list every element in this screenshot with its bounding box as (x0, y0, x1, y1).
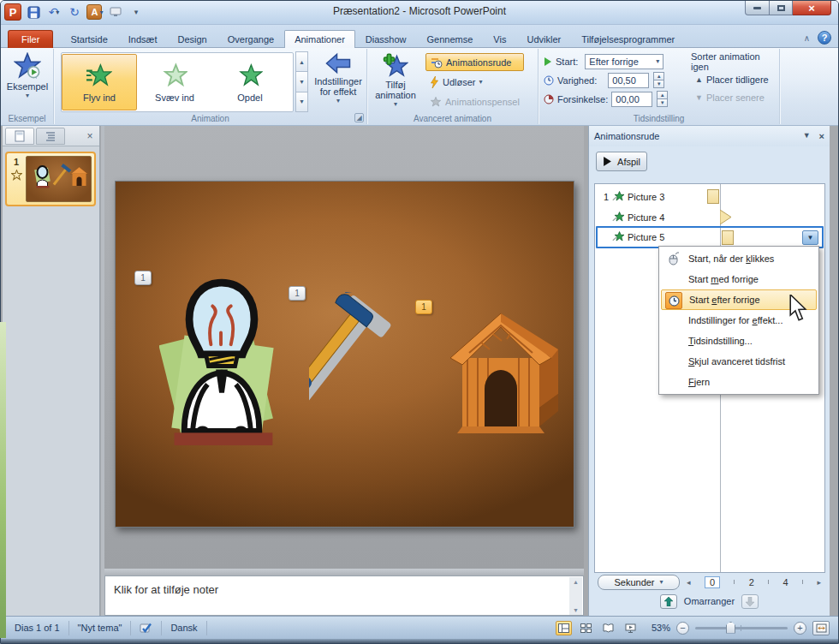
slide-animation-indicator-icon (11, 170, 22, 181)
theme-name[interactable]: "Nyt tema" (69, 621, 132, 635)
tab-tilf-jelsesprogrammer[interactable]: Tilføjelsesprogrammer (571, 30, 685, 48)
notes-scrollbar[interactable]: ▲▼ (569, 577, 582, 615)
redo-button[interactable]: ↻ (66, 3, 83, 21)
slide-editor: 111 (104, 126, 584, 569)
gallery-item-flyv-ind[interactable]: Flyv ind (62, 54, 137, 110)
slide-thumbnail[interactable]: 1 (5, 152, 96, 206)
gallery-item-sv-v-ind[interactable]: Svæv ind (137, 54, 212, 110)
powerpoint-logo-icon[interactable]: P (4, 3, 21, 21)
collapse-ribbon-icon[interactable]: ∧ (804, 33, 810, 43)
tab-overgange[interactable]: Overgange (217, 30, 284, 48)
timeline-scroll-left-icon[interactable]: ◂ (687, 578, 691, 587)
tab-diasshow[interactable]: Diasshow (355, 30, 417, 48)
reorder-down-button[interactable] (741, 594, 759, 609)
animation-dialog-launcher[interactable]: ◢ (354, 113, 364, 122)
hammer-clipart[interactable] (309, 292, 434, 442)
reorder-up-icon (664, 597, 673, 606)
move-earlier-button[interactable]: ▲ Placer tidligere (691, 70, 779, 88)
timeline-bar[interactable] (722, 230, 734, 245)
effect-options-button[interactable]: Indstillinger for effekt ▾ (312, 52, 364, 112)
add-animation-button[interactable]: Tilføj animation ▾ (371, 52, 420, 112)
save-button[interactable] (25, 3, 42, 21)
reorder-animation-label: Sorter animation igen (691, 51, 779, 72)
trigger-button[interactable]: Udløser▾ (425, 73, 524, 91)
normal-view-button[interactable] (556, 621, 572, 635)
fit-to-window-button[interactable] (812, 621, 830, 635)
slideshow-view-button[interactable] (622, 621, 639, 635)
tab-startside[interactable]: Startside (60, 30, 117, 48)
start-select[interactable]: Efter forrige▾ (585, 54, 663, 69)
animation-order-badge[interactable]: 1 (289, 286, 306, 301)
delay-input[interactable]: 00,00 (611, 92, 652, 107)
animation-item-dropdown-button[interactable]: ▼ (802, 230, 818, 245)
menu-item-indstillinger-for-effekt[interactable]: Indstillinger for effekt... (661, 310, 817, 331)
tab-animationer[interactable]: Animationer (284, 30, 355, 49)
move-later-button[interactable]: ▼ Placer senere (691, 88, 779, 106)
reading-view-button[interactable] (600, 621, 616, 635)
duration-input[interactable]: 00,50 (608, 73, 649, 88)
tab-gennemse[interactable]: Gennemse (417, 30, 484, 48)
animation-painter-button[interactable]: Animationspensel (425, 92, 524, 110)
group-eksempel: Eksempel ▾ Eksempel (1, 49, 54, 124)
menu-item-start-når-der-klikkes[interactable]: Start, når der klikkes (661, 248, 817, 269)
animation-painter-icon (430, 96, 442, 108)
close-slides-panel-icon[interactable]: × (83, 130, 97, 142)
animation-item-picture-4[interactable]: Picture 4 (596, 207, 824, 228)
gallery-up-button[interactable]: ▲ (295, 51, 308, 72)
tab-udvikler[interactable]: Udvikler (516, 30, 571, 48)
zoom-slider-thumb[interactable] (726, 622, 735, 634)
gallery-down-button[interactable]: ▼ (295, 71, 308, 92)
desktop-background-strip (0, 322, 6, 638)
design-button[interactable]: A▾ (86, 3, 104, 21)
close-button[interactable]: × (793, 1, 831, 15)
menu-item-start-efter-forrige[interactable]: Start efter forrige (661, 289, 817, 310)
gallery-more-button[interactable]: ▼ (295, 92, 308, 112)
tab-slides[interactable] (5, 128, 34, 145)
duration-spinner[interactable]: ▲▼ (653, 73, 664, 88)
seconds-dropdown[interactable]: Sekunder▾ (598, 575, 680, 590)
notes-area[interactable]: Klik for at tilføje noter ▲▼ (104, 575, 584, 616)
doghouse-clipart[interactable] (443, 305, 562, 439)
lightbulb-man-clipart[interactable] (159, 274, 284, 457)
tab-filer[interactable]: Filer (8, 30, 53, 48)
slide-sorter-view-button[interactable] (578, 621, 594, 635)
tab-vis[interactable]: Vis (483, 30, 516, 48)
menu-item-tidsindstilling[interactable]: Tidsindstilling... (661, 331, 817, 351)
animation-order-badge[interactable]: 1 (134, 271, 152, 285)
menu-item-skjul-avanceret-tidsfrist[interactable]: Skjul avanceret tidsfrist (661, 351, 817, 372)
reorder-up-button[interactable] (660, 594, 677, 609)
slide-counter[interactable]: Dias 1 of 1 (6, 621, 69, 635)
minimize-button[interactable] (745, 1, 770, 15)
animation-order-badge[interactable]: 1 (415, 300, 432, 314)
preview-button[interactable]: Eksempel ▾ (4, 52, 51, 112)
timeline-bar[interactable] (707, 189, 719, 204)
animation-pane-button[interactable]: Animationsrude (425, 53, 524, 71)
tab-outline[interactable] (36, 128, 65, 145)
slideshow-from-start-button[interactable] (107, 3, 124, 21)
delay-spinner[interactable]: ▲▼ (657, 92, 668, 107)
zoom-in-button[interactable]: + (794, 622, 806, 635)
zoom-percent[interactable]: 53% (645, 623, 670, 633)
group-label-timing: Tidsindstilling (539, 114, 779, 123)
gallery-item-opdel[interactable]: Opdel (212, 54, 288, 110)
pane-close-icon[interactable]: × (819, 131, 824, 141)
timeline-scroll-right-icon[interactable]: ▸ (817, 578, 821, 587)
menu-item-fjern[interactable]: Fjern (661, 372, 817, 392)
play-button[interactable]: Afspil (596, 152, 647, 171)
menu-item-start-med-forrige[interactable]: Start med forrige (661, 269, 817, 289)
animation-item-picture-3[interactable]: 1Picture 3 (596, 187, 824, 207)
zoom-out-button[interactable]: − (676, 622, 689, 635)
tab-design[interactable]: Design (167, 30, 217, 48)
notes-splitter[interactable] (104, 569, 584, 575)
help-button[interactable]: ? (818, 31, 831, 45)
pane-menu-icon[interactable]: ▼ (803, 131, 811, 141)
zoom-slider[interactable] (695, 627, 788, 629)
spellcheck-status[interactable] (131, 621, 162, 635)
timeline-trigger-marker[interactable] (720, 210, 731, 224)
qat-customize-button[interactable]: ▾ (128, 3, 145, 21)
language-status[interactable]: Dansk (162, 621, 206, 635)
tab-inds-t[interactable]: Indsæt (118, 30, 168, 48)
undo-button[interactable]: ↶▾ (45, 3, 62, 21)
slide-canvas[interactable]: 111 (115, 181, 574, 528)
maximize-button[interactable] (770, 1, 793, 15)
